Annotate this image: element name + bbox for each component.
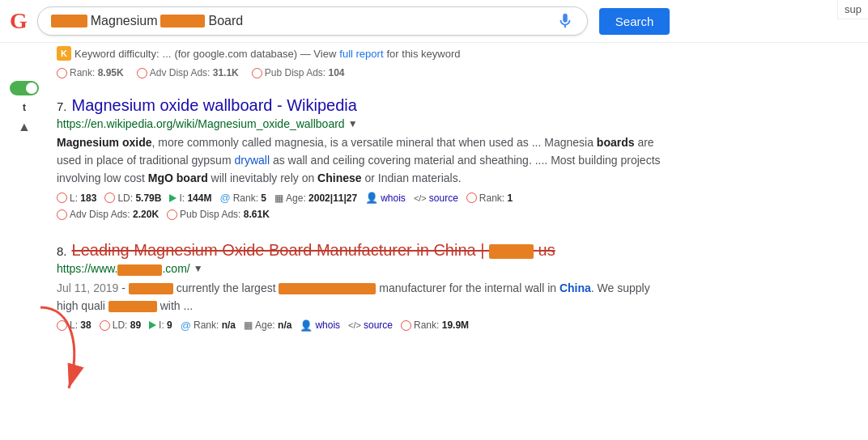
kw-difficulty-bar: K Keyword difficulty: ... (for google.co…	[0, 43, 868, 64]
code-icon: </>	[348, 320, 361, 330]
meta-8-age: ▦ Age: n/a	[244, 319, 291, 331]
play-icon	[149, 321, 156, 329]
result-7-meta1: L: 183 LD: 5.79B I: 144M @ Rank: 5 ▦ Age…	[57, 192, 811, 204]
meta-7-rank: @ Rank: 5	[219, 192, 266, 204]
svg-text:K: K	[61, 49, 67, 58]
toggle-switch[interactable]	[10, 81, 39, 95]
meta-7-L: L: 183	[57, 192, 96, 204]
at-icon: @	[181, 319, 191, 332]
search-bar: Magnesium Board	[37, 6, 588, 36]
result-8-snippet: Jul 11, 2019 - currently the largest man…	[57, 279, 664, 315]
circle-icon	[104, 192, 115, 203]
meta-8-I: I: 9	[149, 319, 172, 331]
meta-7-source[interactable]: </> source	[414, 192, 458, 204]
redacted-2	[160, 15, 205, 28]
result-7-url-arrow[interactable]: ▼	[348, 118, 358, 129]
header: G Magnesium Board Search sup	[0, 0, 868, 43]
circle-icon	[401, 320, 411, 331]
meta-7-rank2: Rank: 1	[466, 192, 513, 204]
circle-icon	[466, 192, 477, 203]
result-7-meta2: Adv Disp Ads: 2.20K Pub Disp Ads: 8.61K	[57, 209, 811, 220]
result-8-url-arrow[interactable]: ▼	[194, 263, 203, 274]
sup-corner: sup	[837, 0, 868, 19]
person-icon: 👤	[365, 192, 378, 204]
meta-8-rank2: Rank: 19.9M	[401, 319, 469, 331]
meta-7-adv: Adv Disp Ads: 2.20K	[57, 209, 159, 220]
search-input[interactable]: Magnesium Board	[51, 14, 550, 28]
chevron-up-icon[interactable]: ▲	[18, 120, 31, 134]
result-7: 7. Magnesium oxide wallboard - Wikipedia…	[57, 95, 811, 220]
kw-difficulty-text: Keyword difficulty:	[74, 48, 160, 60]
calendar-icon: ▦	[244, 319, 253, 331]
meta-7-I: I: 144M	[169, 192, 211, 204]
redacted-1	[51, 15, 87, 28]
kw-difficulty-icon: K	[57, 46, 71, 61]
stats-row-above-7: Rank: 8.95K Adv Disp Ads: 31.1K Pub Disp…	[0, 64, 868, 82]
result-8-title-prefix: Leading Magnesium Oxide Board Manufactur…	[72, 241, 489, 259]
meta-7-age: ▦ Age: 2002|11|27	[274, 192, 357, 204]
meta-8-LD: LD: 89	[100, 319, 141, 331]
result-8: 8. Leading Magnesium Oxide Board Manufac…	[57, 239, 811, 332]
code-icon: </>	[414, 193, 427, 203]
meta-8-rank: @ Rank: n/a	[181, 319, 236, 332]
meta-7-whois[interactable]: 👤 whois	[365, 192, 406, 204]
search-text-board: Board	[208, 14, 243, 28]
main-content: 7. Magnesium oxide wallboard - Wikipedia…	[0, 88, 868, 358]
kw-difficulty-dots: ...	[163, 48, 172, 60]
result-7-snippet: Magnesium oxide, more commonly called ma…	[57, 133, 664, 187]
stat-adv-disp: Adv Disp Ads: 31.1K	[137, 67, 239, 78]
meta-8-whois[interactable]: 👤 whois	[300, 319, 340, 332]
result-8-number: 8.	[57, 244, 67, 258]
circle-icon-pub	[252, 68, 262, 78]
whois-link-8[interactable]: whois	[315, 319, 340, 331]
result-8-meta: L: 38 LD: 89 I: 9 @ Rank: n/a ▦ Age: n/a…	[57, 319, 811, 332]
at-icon: @	[219, 192, 230, 204]
meta-7-LD: LD: 5.79B	[104, 192, 161, 204]
search-button[interactable]: Search	[599, 8, 670, 35]
result-8-url: https://www..com/	[57, 262, 190, 275]
result-7-title[interactable]: Magnesium oxide wallboard - Wikipedia	[72, 95, 357, 116]
circle-icon	[57, 320, 67, 331]
result-8-redacted-brand	[489, 244, 534, 259]
circle-icon	[100, 320, 110, 331]
result-7-number: 7.	[57, 99, 67, 113]
circle-icon	[167, 209, 177, 220]
result-8-title-suffix: us	[538, 241, 555, 259]
result-8-redacted-product	[279, 283, 376, 294]
meta-8-L: L: 38	[57, 319, 91, 331]
circle-icon-adv	[137, 68, 147, 78]
sidebar-letter: t	[23, 102, 26, 113]
circle-icon-rank	[57, 68, 67, 78]
search-text-magnesium: Magnesium	[91, 14, 158, 28]
result-8-url-row: https://www..com/ ▼	[57, 262, 811, 275]
person-icon: 👤	[300, 319, 313, 332]
result-8-date: Jul 11, 2019	[57, 281, 118, 294]
google-logo: G	[10, 8, 28, 34]
play-icon	[169, 194, 177, 202]
kw-difficulty-link[interactable]: full report	[339, 48, 383, 60]
mic-icon[interactable]	[556, 12, 574, 30]
whois-link[interactable]: whois	[381, 192, 406, 204]
source-link[interactable]: source	[429, 192, 458, 204]
circle-icon	[57, 209, 67, 220]
result-8-url-redacted	[117, 264, 162, 276]
result-8-redacted-qual	[108, 301, 157, 312]
left-sidebar: t ▲	[0, 81, 49, 134]
calendar-icon: ▦	[274, 192, 283, 204]
kw-difficulty-suffix: for this keyword	[387, 48, 461, 60]
result-7-url: https://en.wikipedia.org/wiki/Magnesium_…	[57, 117, 345, 130]
circle-icon	[57, 192, 67, 203]
result-8-redacted-brand2	[129, 283, 173, 294]
meta-7-pub: Pub Disp Ads: 8.61K	[167, 209, 270, 220]
stat-rank: Rank: 8.95K	[57, 67, 124, 78]
result-7-url-row: https://en.wikipedia.org/wiki/Magnesium_…	[57, 117, 811, 130]
kw-difficulty-paren: (for google.com database) — View	[174, 48, 336, 60]
source-link-8[interactable]: source	[364, 319, 393, 331]
stat-pub-disp: Pub Disp Ads: 104	[252, 67, 345, 78]
result-8-title[interactable]: Leading Magnesium Oxide Board Manufactur…	[72, 239, 555, 260]
meta-8-source[interactable]: </> source	[348, 319, 393, 331]
